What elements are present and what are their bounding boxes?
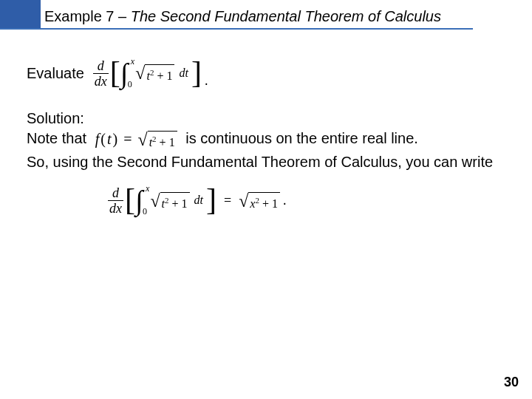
integral: ∫ x 0 <box>120 58 128 89</box>
ft-definition: f(t) = √ t2 + 1 <box>95 130 177 149</box>
solution-label: Solution: <box>27 109 505 128</box>
heading-accent-block <box>0 0 41 28</box>
evaluate-expression: d dx [ ∫ x 0 √ t2 + 1 dt <box>93 58 208 89</box>
heading-area: Example 7 – The Second Fundamental Theor… <box>0 0 532 35</box>
note-suffix: is continuous on the entire real line. <box>185 130 418 146</box>
sqrt-expr: √ t2 + 1 <box>135 64 174 83</box>
note-block: Note that f(t) = √ t2 + 1 is continuous … <box>27 129 505 149</box>
heading-text: Example 7 – The Second Fundamental Theor… <box>44 8 441 25</box>
evaluate-row: Evaluate d dx [ ∫ x 0 √ <box>27 58 505 89</box>
heading-prefix: Example 7 <box>44 8 115 24</box>
page-number: 30 <box>504 375 519 390</box>
bracket-group: [ ∫ x 0 √ t2 + 1 dt ] <box>110 58 202 89</box>
body-content: Evaluate d dx [ ∫ x 0 √ <box>27 58 505 216</box>
so-line: So, using the Second Fundamental Theorem… <box>27 153 505 171</box>
ddx-fraction: d dx <box>93 59 109 88</box>
heading-underline <box>0 28 473 30</box>
note-prefix: Note that <box>27 130 91 146</box>
heading-title: The Second Fundamental Theorem of Calcul… <box>131 8 441 24</box>
result-equation: d dx [ ∫ x 0 √ t2 + 1 dt ] = √ x2 + 1 <box>108 185 287 216</box>
heading-separator: – <box>115 8 131 24</box>
evaluate-label: Evaluate <box>27 64 84 83</box>
